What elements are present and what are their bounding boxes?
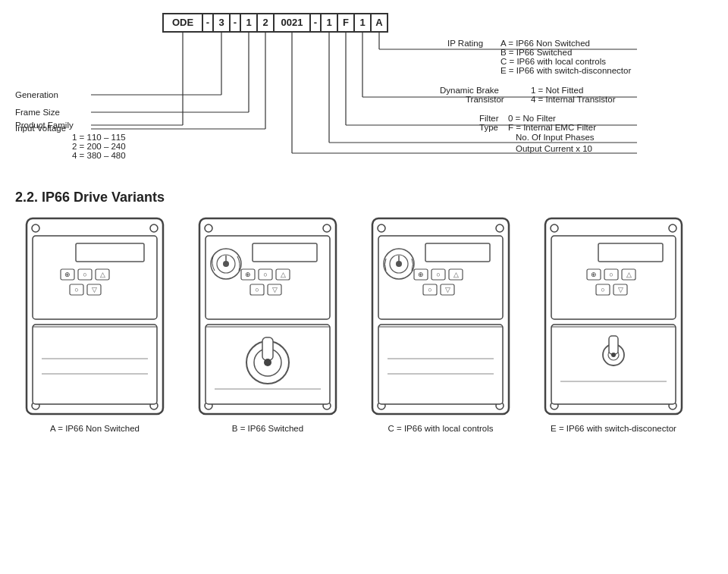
- svg-text:△: △: [281, 271, 286, 278]
- svg-point-139: [551, 224, 558, 232]
- svg-text:0 = No Filter: 0 = No Filter: [508, 114, 556, 123]
- svg-text:A: A: [375, 17, 383, 28]
- svg-text:1 = Not Fitted: 1 = Not Fitted: [531, 86, 583, 95]
- svg-text:○: ○: [609, 271, 613, 278]
- svg-text:▽: ▽: [445, 286, 450, 293]
- variant-e: ⊕ ○ △ ○ ▽ E = IP66 with switch-disconect…: [534, 215, 693, 433]
- svg-point-115: [496, 224, 504, 232]
- svg-text:2 = 200 – 240: 2 = 200 – 240: [72, 142, 126, 151]
- variant-a: ⊕ ○ △ ○ ▽ A = IP66 Non Switched: [15, 215, 174, 433]
- drive-illustration-a: ⊕ ○ △ ○ ▽: [19, 215, 171, 419]
- variants-row: ⊕ ○ △ ○ ▽ A = IP66 Non Switched: [15, 215, 713, 433]
- svg-text:▽: ▽: [618, 286, 623, 293]
- svg-text:⊕: ⊕: [418, 271, 424, 278]
- svg-text:△: △: [626, 271, 632, 278]
- variant-c-label: C = IP66 with local controls: [388, 424, 493, 433]
- svg-text:F: F: [343, 17, 349, 28]
- svg-point-140: [669, 224, 676, 232]
- svg-text:1: 1: [359, 17, 365, 28]
- svg-point-87: [323, 224, 331, 232]
- svg-text:4 = Internal Transistor: 4 = Internal Transistor: [531, 95, 616, 104]
- svg-text:○: ○: [263, 271, 267, 278]
- svg-point-86: [205, 224, 212, 232]
- svg-text:○: ○: [428, 286, 431, 293]
- svg-text:○: ○: [74, 286, 78, 293]
- svg-text:-: -: [206, 17, 209, 28]
- svg-text:⊕: ⊕: [245, 271, 251, 278]
- svg-text:C = IP66 with local controls: C = IP66 with local controls: [500, 57, 606, 66]
- svg-text:No. Of Input Phases: No. Of Input Phases: [516, 133, 595, 142]
- svg-text:A = IP66 Non Switched: A = IP66 Non Switched: [500, 39, 590, 48]
- svg-point-160: [611, 353, 616, 357]
- svg-point-66: [150, 224, 158, 232]
- svg-rect-110: [262, 337, 273, 360]
- variant-b: ⊕ ○ △ ○ ▽ B = IP66 Switched: [188, 215, 347, 433]
- svg-text:△: △: [453, 271, 459, 278]
- svg-text:Output Current x 10: Output Current x 10: [516, 144, 592, 153]
- variant-c: ⊕ ○ △ ○ ▽ C = IP66 with local controls: [361, 215, 520, 433]
- svg-text:IP Rating: IP Rating: [447, 39, 483, 48]
- svg-text:▽: ▽: [92, 286, 97, 293]
- svg-text:△: △: [100, 271, 105, 278]
- svg-point-114: [378, 224, 385, 232]
- svg-text:-: -: [314, 17, 317, 28]
- part-number-diagram: ODE - 3 - 1 2 0021 - 1 F 1 A: [15, 8, 713, 174]
- svg-text:3: 3: [218, 17, 224, 28]
- svg-text:0021: 0021: [281, 17, 303, 28]
- svg-text:⊕: ⊕: [591, 271, 597, 278]
- svg-rect-70: [76, 243, 144, 262]
- svg-text:1 = 110 – 115: 1 = 110 – 115: [72, 133, 126, 142]
- svg-rect-95: [253, 243, 317, 262]
- svg-text:▽: ▽: [272, 286, 278, 293]
- part-number-section: ODE - 3 - 1 2 0021 - 1 F 1 A: [15, 8, 713, 174]
- section-title: 2.2. IP66 Drive Variants: [15, 190, 713, 205]
- svg-rect-159: [609, 336, 618, 354]
- svg-text:Generation: Generation: [15, 90, 58, 99]
- svg-text:⊕: ⊕: [64, 271, 71, 278]
- svg-text:2: 2: [262, 17, 268, 28]
- svg-text:○: ○: [601, 286, 604, 293]
- svg-text:Filter: Filter: [479, 114, 499, 123]
- svg-text:○: ○: [83, 271, 86, 278]
- drive-illustration-c: ⊕ ○ △ ○ ▽: [365, 215, 516, 419]
- variant-e-label: E = IP66 with switch-disconector: [551, 424, 676, 433]
- svg-text:E = IP66 with switch-disconnec: E = IP66 with switch-disconnector: [500, 66, 631, 75]
- svg-text:○: ○: [436, 271, 440, 278]
- svg-rect-144: [598, 243, 663, 262]
- svg-rect-134: [378, 325, 503, 404]
- variant-b-label: B = IP66 Switched: [232, 424, 303, 433]
- svg-text:4 = 380 – 480: 4 = 380 – 480: [72, 151, 126, 160]
- drive-illustration-b: ⊕ ○ △ ○ ▽: [192, 215, 344, 419]
- svg-point-111: [264, 359, 271, 366]
- svg-text:○: ○: [255, 286, 259, 293]
- svg-text:1: 1: [326, 17, 331, 28]
- svg-point-65: [32, 224, 39, 232]
- svg-text:ODE: ODE: [172, 17, 194, 28]
- svg-text:Transistor: Transistor: [466, 95, 504, 104]
- svg-text:Type: Type: [479, 123, 498, 132]
- svg-rect-81: [33, 325, 157, 404]
- svg-text:-: -: [234, 17, 237, 28]
- svg-text:F = Internal EMC Filter: F = Internal EMC Filter: [508, 123, 596, 132]
- svg-text:1: 1: [246, 17, 251, 28]
- drive-illustration-e: ⊕ ○ △ ○ ▽: [538, 215, 689, 419]
- svg-text:B = IP66 Switched: B = IP66 Switched: [500, 48, 572, 57]
- svg-text:Frame Size: Frame Size: [15, 108, 60, 117]
- variant-a-label: A = IP66 Non Switched: [50, 424, 140, 433]
- svg-text:Input Voltage: Input Voltage: [15, 124, 66, 133]
- svg-text:Dynamic Brake: Dynamic Brake: [440, 86, 499, 95]
- svg-rect-123: [425, 243, 490, 262]
